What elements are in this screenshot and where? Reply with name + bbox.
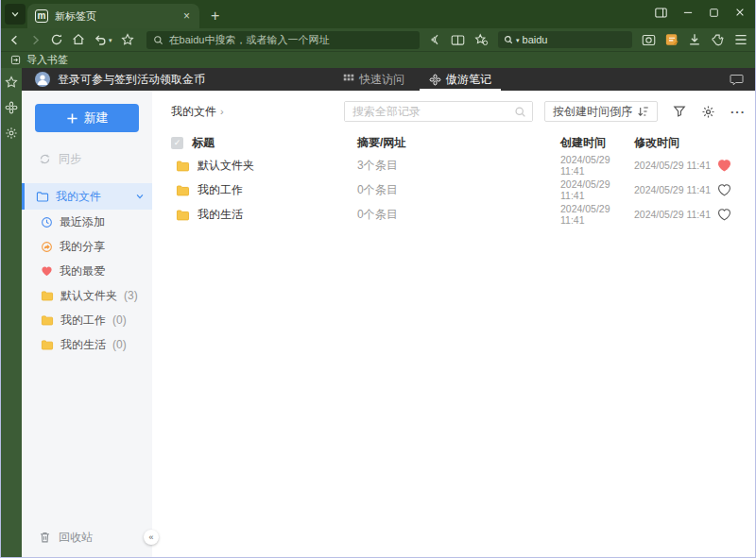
tab-notes[interactable]: 傲游笔记 bbox=[429, 68, 491, 91]
tab-quick-access-label: 快速访问 bbox=[359, 72, 404, 88]
folder-icon bbox=[176, 209, 190, 221]
sidebar-item-work-folder[interactable]: 我的工作 (0) bbox=[22, 308, 152, 332]
home-icon[interactable] bbox=[72, 33, 85, 46]
close-icon[interactable] bbox=[734, 7, 746, 18]
table-row[interactable]: 我的工作 0个条目 2024/05/29 11:41 2024/05/29 11… bbox=[171, 178, 746, 202]
folder-icon bbox=[36, 191, 49, 202]
new-note-label: 新建 bbox=[84, 110, 109, 127]
life-folder-label: 我的生活 bbox=[60, 337, 106, 353]
recent-label: 最近添加 bbox=[60, 214, 105, 230]
search-engine-caret[interactable]: ▾ bbox=[516, 37, 520, 43]
row-modified: 2024/05/29 11:41 bbox=[634, 184, 717, 195]
trash-icon bbox=[39, 531, 51, 544]
view-settings-gear-icon[interactable] bbox=[701, 105, 715, 119]
address-placeholder: 在baidu中搜索，或者输入一个网址 bbox=[169, 33, 330, 47]
new-note-button[interactable]: 新建 bbox=[35, 104, 139, 132]
read-aloud-icon[interactable] bbox=[428, 33, 441, 46]
row-title[interactable]: 默认文件夹 bbox=[198, 158, 254, 174]
search-icon bbox=[504, 35, 513, 44]
menu-icon[interactable] bbox=[734, 34, 747, 45]
sidebar-collapse-button[interactable]: « bbox=[144, 530, 159, 545]
sidebar-item-shares[interactable]: 我的分享 bbox=[22, 234, 152, 259]
notes-icon[interactable] bbox=[665, 33, 679, 46]
undo-button[interactable]: ▾ bbox=[94, 34, 112, 46]
heart-icon bbox=[41, 265, 53, 277]
avatar[interactable] bbox=[35, 72, 50, 87]
records-search-input[interactable] bbox=[345, 102, 532, 121]
sidebar-item-default-folder[interactable]: 默认文件夹 (3) bbox=[22, 283, 152, 308]
table-row[interactable]: 我的生活 0个条目 2024/05/29 11:41 2024/05/29 11… bbox=[171, 202, 746, 227]
browser-tab[interactable]: m 新标签页 × bbox=[27, 4, 199, 28]
favorite-star-icon[interactable] bbox=[121, 33, 134, 46]
favorite-heart-icon[interactable] bbox=[717, 159, 747, 172]
screenshot-icon[interactable] bbox=[642, 34, 656, 46]
table-header: ✓ 标题 摘要/网址 创建时间 修改时间 bbox=[171, 132, 746, 153]
search-icon bbox=[153, 35, 163, 45]
chevron-down-icon[interactable] bbox=[135, 192, 145, 201]
window-controls bbox=[655, 7, 746, 18]
back-icon[interactable] bbox=[9, 34, 21, 46]
reload-icon[interactable] bbox=[50, 33, 63, 46]
undo-dropdown-caret[interactable]: ▾ bbox=[109, 37, 112, 43]
layout-panel-icon[interactable] bbox=[655, 8, 667, 18]
settings-gear-icon[interactable] bbox=[5, 127, 18, 140]
login-banner[interactable]: 登录可参与签到活动领取金币 bbox=[58, 72, 205, 88]
column-title[interactable]: 标题 bbox=[192, 135, 215, 151]
row-created: 2024/05/29 11:41 bbox=[560, 178, 634, 201]
filter-funnel-icon[interactable] bbox=[673, 105, 686, 118]
maximize-icon[interactable] bbox=[709, 8, 719, 18]
table-row[interactable]: 默认文件夹 3个条目 2024/05/29 11:41 2024/05/29 1… bbox=[171, 153, 746, 178]
row-title[interactable]: 我的工作 bbox=[198, 182, 243, 198]
person-icon bbox=[35, 72, 50, 87]
feedback-bubble-icon[interactable] bbox=[730, 74, 744, 86]
browser-window: m 新标签页 × + ▾ 在baidu中搜索，或者输入一个网址 bbox=[0, 0, 756, 558]
import-bookmarks-button[interactable]: 导入书签 bbox=[26, 53, 68, 67]
tab-quick-access[interactable]: 快速访问 bbox=[343, 68, 404, 91]
address-bar[interactable]: 在baidu中搜索，或者输入一个网址 bbox=[146, 31, 420, 49]
notes-logo-icon[interactable] bbox=[5, 101, 18, 114]
row-modified: 2024/05/29 11:41 bbox=[634, 160, 717, 171]
folder-icon bbox=[41, 290, 54, 301]
breadcrumb-arrow: › bbox=[220, 106, 224, 117]
clock-icon bbox=[41, 216, 53, 228]
favorites-star-icon[interactable] bbox=[5, 76, 18, 89]
sidebar-item-life-folder[interactable]: 我的生活 (0) bbox=[22, 332, 152, 357]
sync-icon bbox=[39, 153, 51, 165]
more-actions-icon[interactable]: ··· bbox=[730, 105, 746, 119]
sidebar-item-favorites[interactable]: 我的最爱 bbox=[22, 259, 152, 283]
breadcrumb-label[interactable]: 我的文件 bbox=[171, 104, 216, 120]
new-tab-button[interactable]: + bbox=[211, 8, 219, 24]
favorites-label: 我的最爱 bbox=[60, 263, 105, 279]
row-title[interactable]: 我的生活 bbox=[198, 207, 243, 223]
sort-button[interactable]: 按创建时间倒序 bbox=[544, 101, 658, 122]
tab-close-icon[interactable]: × bbox=[181, 9, 192, 23]
breadcrumb[interactable]: 我的文件 › bbox=[171, 104, 224, 120]
reader-mode-icon[interactable] bbox=[451, 34, 465, 46]
sidebar-item-my-files[interactable]: 我的文件 bbox=[22, 183, 152, 210]
chevron-down-icon bbox=[10, 9, 20, 19]
column-modified[interactable]: 修改时间 bbox=[634, 135, 717, 151]
bookmark-manager-icon[interactable] bbox=[474, 33, 489, 46]
column-created[interactable]: 创建时间 bbox=[560, 135, 634, 151]
extensions-icon[interactable] bbox=[711, 33, 725, 47]
quick-search-box[interactable]: ▾ baidu bbox=[498, 31, 632, 48]
minimize-icon[interactable] bbox=[682, 7, 694, 18]
work-folder-label: 我的工作 bbox=[60, 313, 106, 329]
sidebar-item-sync[interactable]: 同步 bbox=[22, 145, 152, 172]
folder-icon bbox=[176, 184, 190, 196]
share-icon bbox=[41, 241, 53, 253]
sidebar-item-recycle-bin[interactable]: 回收站 bbox=[22, 524, 152, 550]
forward-icon[interactable] bbox=[29, 34, 42, 46]
favorite-heart-icon[interactable] bbox=[717, 183, 747, 196]
notes-logo-icon bbox=[429, 74, 441, 86]
default-folder-label: 默认文件夹 bbox=[60, 288, 117, 304]
favorite-heart-icon[interactable] bbox=[717, 208, 747, 221]
tab-list-menu-button[interactable] bbox=[5, 4, 26, 25]
download-icon[interactable] bbox=[688, 33, 701, 46]
records-search[interactable] bbox=[344, 101, 533, 122]
column-summary[interactable]: 摘要/网址 bbox=[357, 135, 560, 151]
notes-header: 登录可参与签到活动领取金币 快速访问 傲游笔记 bbox=[22, 68, 755, 91]
sidebar-item-recent[interactable]: 最近添加 bbox=[22, 210, 152, 234]
folder-icon bbox=[41, 314, 54, 326]
select-all-checkbox[interactable]: ✓ bbox=[171, 137, 183, 149]
